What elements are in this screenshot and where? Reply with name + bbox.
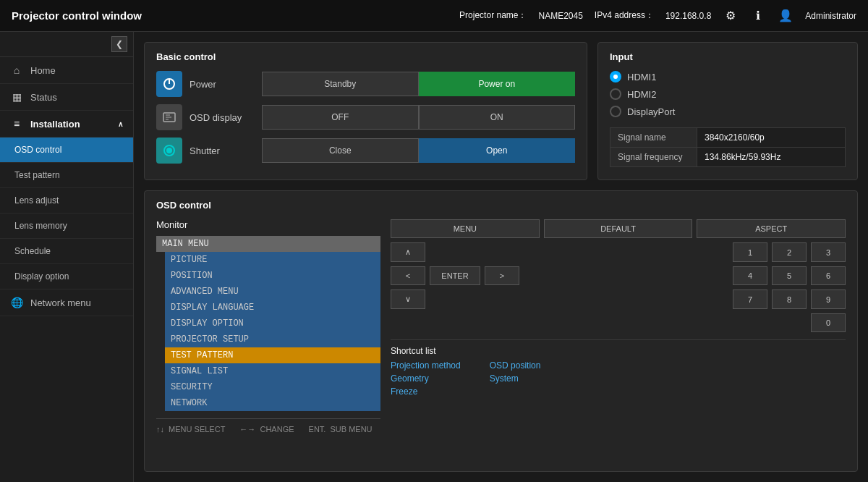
ctrl-row-1: MENU DEFAULT ASPECT [391, 219, 846, 238]
num-5-button[interactable]: 5 [772, 266, 807, 285]
sidebar-item-installation[interactable]: ≡ Installation ∧ [0, 111, 133, 138]
num-0-button[interactable]: 0 [811, 313, 846, 332]
shortcut-freeze[interactable]: Freeze [391, 386, 461, 397]
shutter-close-button[interactable]: Close [262, 138, 419, 163]
sidebar-item-osd-control[interactable]: OSD control [0, 138, 133, 163]
shutter-row: Shutter Close Open [156, 138, 575, 164]
osd-off-button[interactable]: OFF [262, 105, 419, 130]
num-1-button[interactable]: 1 [733, 242, 767, 262]
menu-item-signal-list[interactable]: SIGNAL LIST [165, 363, 380, 379]
hdmi2-option[interactable]: HDMI2 [610, 88, 846, 100]
signal-freq-label: Signal frequency [610, 148, 697, 167]
sidebar-label-installation: Installation [30, 119, 80, 130]
menu-button[interactable]: MENU [391, 219, 540, 238]
power-label: Power [190, 79, 255, 90]
sidebar-item-lens-memory[interactable]: Lens memory [0, 213, 133, 239]
menu-item-main-menu[interactable]: MAIN MENU [156, 236, 380, 252]
settings-icon[interactable]: ⚙ [723, 8, 739, 24]
menu-item-test-pattern[interactable]: TEST PATTERN [165, 347, 380, 363]
shortcut-osd-position[interactable]: OSD position [490, 360, 541, 371]
displayport-label: DisplayPort [627, 106, 675, 117]
menu-item-advanced-menu[interactable]: ADVANCED MENU [165, 284, 380, 300]
projector-name-value: NAME2045 [538, 11, 582, 21]
menu-item-position[interactable]: POSITION [165, 268, 380, 284]
num-4-button[interactable]: 4 [733, 266, 767, 285]
info-icon[interactable]: ℹ [750, 8, 766, 24]
hdmi2-radio[interactable] [610, 88, 621, 100]
displayport-radio[interactable] [610, 106, 621, 117]
power-on-button[interactable]: Power on [419, 72, 576, 96]
sidebar-label-status: Status [30, 92, 57, 103]
num-9-button[interactable]: 9 [811, 289, 846, 309]
standby-button[interactable]: Standby [262, 72, 419, 96]
ipv4-label: IPv4 address： [595, 9, 654, 22]
osd-on-button[interactable]: ON [419, 105, 576, 130]
sidebar-label-home: Home [30, 65, 56, 76]
menu-item-projector-setup[interactable]: PROJECTOR SETUP [165, 331, 380, 347]
nav-hint-ud: ↑↓ MENU SELECT [156, 425, 225, 434]
num-3-button[interactable]: 3 [811, 242, 846, 262]
menu-list: MAIN MENUPICTUREPOSITIONADVANCED MENUDIS… [156, 236, 380, 411]
shortcut-projection-method[interactable]: Projection method [391, 360, 461, 371]
nav-left-button[interactable]: < [391, 266, 425, 285]
sidebar-item-network-menu[interactable]: 🌐 Network menu [0, 289, 133, 316]
shortcut-col-2: OSD position System [490, 360, 541, 397]
top-row: Basic control Power Standby Power on [144, 42, 858, 180]
osd-row: Monitor MAIN MENUPICTUREPOSITIONADVANCED… [156, 219, 846, 462]
user-icon[interactable]: 👤 [778, 8, 793, 24]
enter-button[interactable]: ENTER [430, 266, 480, 285]
sidebar-label-test-pattern: Test pattern [14, 170, 60, 180]
sidebar-item-test-pattern[interactable]: Test pattern [0, 163, 133, 188]
installation-icon: ≡ [10, 118, 23, 130]
input-radio-group: HDMI1 HDMI2 DisplayPort [610, 71, 846, 117]
nav-down-button[interactable]: ∨ [391, 289, 425, 309]
num-7-button[interactable]: 7 [733, 289, 767, 309]
menu-item-picture[interactable]: PICTURE [165, 252, 380, 268]
menu-item-network[interactable]: NETWORK [165, 395, 380, 411]
hdmi1-radio[interactable] [610, 71, 621, 83]
topbar-info: Projector name： NAME2045 IPv4 address： 1… [459, 8, 856, 24]
sidebar-label-schedule: Schedule [14, 246, 51, 256]
power-row: Power Standby Power on [156, 71, 575, 97]
sidebar-item-status[interactable]: ▦ Status [0, 84, 133, 111]
nav-hint-ent: ENT. SUB MENU [309, 425, 373, 434]
osd-display-label: OSD display [190, 112, 255, 123]
sidebar-item-display-option[interactable]: Display option [0, 264, 133, 289]
shutter-open-button[interactable]: Open [419, 138, 576, 163]
menu-item-display-option[interactable]: DISPLAY OPTION [165, 316, 380, 331]
input-title: Input [610, 51, 846, 62]
signal-freq-value: 134.86kHz/59.93Hz [697, 148, 846, 167]
sidebar-item-lens-adjust[interactable]: Lens adjust [0, 188, 133, 213]
power-icon [156, 71, 182, 97]
chevron-up-icon: ∧ [118, 120, 123, 128]
hdmi2-label: HDMI2 [627, 89, 656, 100]
ipv4-value: 192.168.0.8 [665, 11, 711, 21]
sidebar-label-osd-control: OSD control [14, 145, 61, 155]
collapse-button[interactable]: ❮ [111, 36, 127, 52]
sidebar-label-lens-adjust: Lens adjust [14, 195, 59, 206]
sidebar-item-home[interactable]: ⌂ Home [0, 57, 133, 84]
default-button[interactable]: DEFAULT [544, 219, 693, 238]
shortcut-geometry[interactable]: Geometry [391, 373, 461, 384]
nav-up-button[interactable]: ∧ [391, 242, 425, 262]
displayport-option[interactable]: DisplayPort [610, 106, 846, 117]
menu-item-display-language[interactable]: DISPLAY LANGUAGE [165, 300, 380, 316]
menu-item-security[interactable]: SECURITY [165, 379, 380, 395]
num-6-button[interactable]: 6 [811, 266, 846, 285]
num-8-button[interactable]: 8 [772, 289, 807, 309]
sidebar-collapse[interactable]: ❮ [0, 32, 133, 57]
sidebar: ❮ ⌂ Home ▦ Status ≡ Installation ∧ OSD c… [0, 32, 134, 482]
sidebar-label-lens-memory: Lens memory [14, 221, 67, 231]
svg-point-7 [166, 148, 172, 153]
osd-control-title: OSD control [156, 200, 846, 211]
sidebar-item-schedule[interactable]: Schedule [0, 239, 133, 264]
hdmi1-option[interactable]: HDMI1 [610, 71, 846, 83]
sidebar-label-network-menu: Network menu [30, 297, 91, 308]
nav-right-button[interactable]: > [485, 266, 519, 285]
signal-name-label: Signal name [610, 128, 697, 148]
num-2-button[interactable]: 2 [772, 242, 807, 262]
osd-display-icon [156, 104, 182, 130]
aspect-button[interactable]: ASPECT [697, 219, 846, 238]
shortcut-grid: Projection method Geometry Freeze OSD po… [391, 360, 846, 397]
shortcut-system[interactable]: System [490, 373, 541, 384]
